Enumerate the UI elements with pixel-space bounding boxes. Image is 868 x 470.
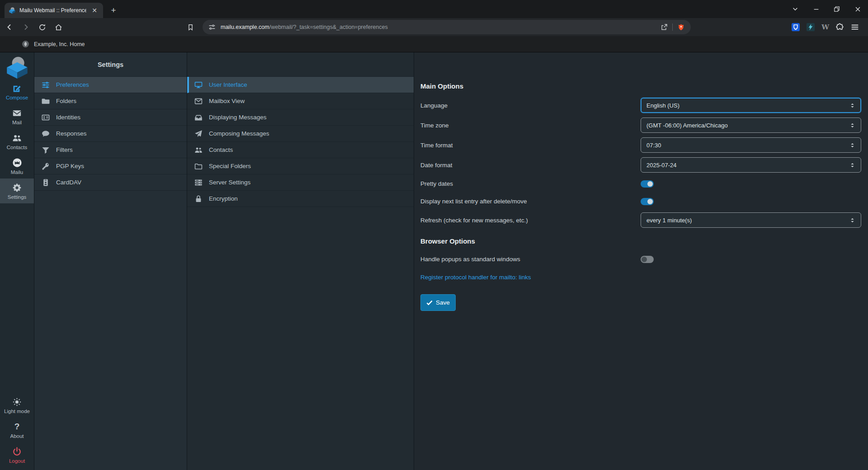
date-format-row: Date format 2025-07-24 [420,155,861,175]
settings-nav-identities[interactable]: Identities [34,109,187,126]
timezone-value: (GMT -06:00) America/Chicago [646,122,728,129]
divider [672,24,673,31]
nav-item-label: Special Folders [209,163,251,169]
settings-nav-filters[interactable]: Filters [34,142,187,158]
section-server-settings[interactable]: Server Settings [187,174,414,191]
nav-item-label: PGP Keys [56,163,84,169]
sidebar-item-mailu[interactable]: Mailu [0,154,34,179]
sidebar-item-light-mode[interactable]: Light mode [0,393,34,418]
section-displaying-messages[interactable]: Displaying Messages [187,109,414,126]
brave-shields-icon[interactable] [677,24,685,31]
nav-item-label: Folders [56,98,76,104]
next-entry-label: Display next list entry after delete/mov… [420,198,641,205]
restore-button[interactable] [826,0,847,18]
select-arrows-icon [849,142,855,148]
browser-menu-icon[interactable] [851,23,859,31]
section-contacts[interactable]: Contacts [187,142,414,158]
main-options-heading: Main Options [420,82,861,90]
timezone-select[interactable]: (GMT -06:00) America/Chicago [641,118,861,133]
browser-options-heading: Browser Options [420,237,861,245]
nav-item-label: Preferences [56,81,89,88]
nav-item-label: Composing Messages [209,130,269,137]
preferences-sections-panel: User Interface Mailbox View Displaying M… [187,52,414,470]
settings-nav-folders[interactable]: Folders [34,93,187,109]
key-icon [41,162,50,170]
popups-row: Handle popups as standard windows [420,250,861,268]
filter-icon [41,146,50,154]
home-button[interactable] [52,20,65,34]
settings-nav-preferences[interactable]: Preferences [34,77,187,93]
save-button[interactable]: Save [420,294,456,311]
lightning-extension-icon[interactable] [807,23,815,31]
time-format-label: Time format [420,142,641,149]
app-sidebar: Compose Mail Contacts Mailu Settings [0,52,34,470]
reload-button[interactable] [35,20,49,34]
language-select[interactable]: English (US) [641,98,861,113]
sidebar-item-label: Light mode [4,409,30,414]
sidebar-item-about[interactable]: ? About [0,418,34,442]
section-encryption[interactable]: Encryption [187,191,414,207]
pretty-dates-toggle[interactable] [641,180,654,188]
back-button[interactable] [3,20,16,34]
select-arrows-icon [849,122,855,128]
folder-outline-icon [194,162,203,170]
tab-title: Mailu Webmail :: Preferences [19,7,86,14]
section-composing-messages[interactable]: Composing Messages [187,126,414,142]
mailu-logo [5,56,29,79]
sliders-icon [41,81,50,89]
new-tab-button[interactable]: + [108,5,119,16]
popups-toggle[interactable] [641,256,654,263]
section-user-interface[interactable]: User Interface [187,77,414,93]
address-bar[interactable]: mailu.example.com/webmail/?_task=setting… [203,20,691,34]
popups-label: Handle popups as standard windows [420,256,641,263]
select-arrows-icon [849,217,855,223]
browser-tab[interactable]: Mailu Webmail :: Preferences ✕ [5,3,103,18]
bookmark-label[interactable]: Example, Inc. Home [34,41,85,47]
date-format-label: Date format [420,162,641,169]
mailto-handler-link[interactable]: Register protocol handler for mailto: li… [420,274,531,281]
site-settings-icon[interactable] [208,24,216,31]
sidebar-item-settings[interactable]: Settings [0,179,34,203]
date-format-select[interactable]: 2025-07-24 [641,157,861,173]
section-special-folders[interactable]: Special Folders [187,158,414,174]
section-mailbox-view[interactable]: Mailbox View [187,93,414,109]
language-label: Language [420,102,641,109]
tab-close-icon[interactable]: ✕ [90,6,99,14]
refresh-label: Refresh (check for new messages, etc.) [420,217,641,224]
settings-nav-pgp-keys[interactable]: PGP Keys [34,158,187,174]
tab-search-icon[interactable] [785,0,806,18]
settings-nav-panel: Settings Preferences Folders Identities [34,52,187,470]
next-entry-toggle[interactable] [641,198,654,205]
forward-button[interactable] [19,20,33,34]
settings-nav-responses[interactable]: Responses [34,126,187,142]
paper-plane-icon [194,130,203,138]
share-icon[interactable] [660,24,668,31]
nav-item-label: Contacts [209,146,233,153]
sidebar-item-contacts[interactable]: Contacts [0,129,34,154]
refresh-row: Refresh (check for new messages, etc.) e… [420,210,861,230]
extensions-puzzle-icon[interactable] [836,23,844,31]
sidebar-item-logout[interactable]: Logout [0,442,34,467]
sidebar-item-compose[interactable]: Compose [0,79,34,104]
bookmark-favicon [22,40,29,48]
lock-icon [194,195,203,203]
time-format-select[interactable]: 07:30 [641,137,861,153]
nav-item-label: Responses [56,130,87,137]
close-window-button[interactable] [847,0,868,18]
settings-panel-title: Settings [34,52,187,77]
wayback-extension-icon[interactable]: W [821,23,829,31]
desktop-icon [194,81,203,89]
settings-nav-carddav[interactable]: CardDAV [34,174,187,191]
time-format-value: 07:30 [646,142,661,149]
sidebar-item-mail[interactable]: Mail [0,104,34,129]
timezone-row: Time zone (GMT -06:00) America/Chicago [420,115,861,135]
minimize-button[interactable] [806,0,826,18]
nav-item-label: Encryption [209,195,238,202]
nav-item-label: Identities [56,114,80,121]
envelope-icon [194,97,203,105]
nav-item-label: Displaying Messages [209,114,267,121]
refresh-select[interactable]: every 1 minute(s) [641,212,861,228]
bitwarden-extension-icon[interactable] [792,23,800,31]
select-arrows-icon [849,162,855,168]
bookmark-icon[interactable] [184,20,197,34]
